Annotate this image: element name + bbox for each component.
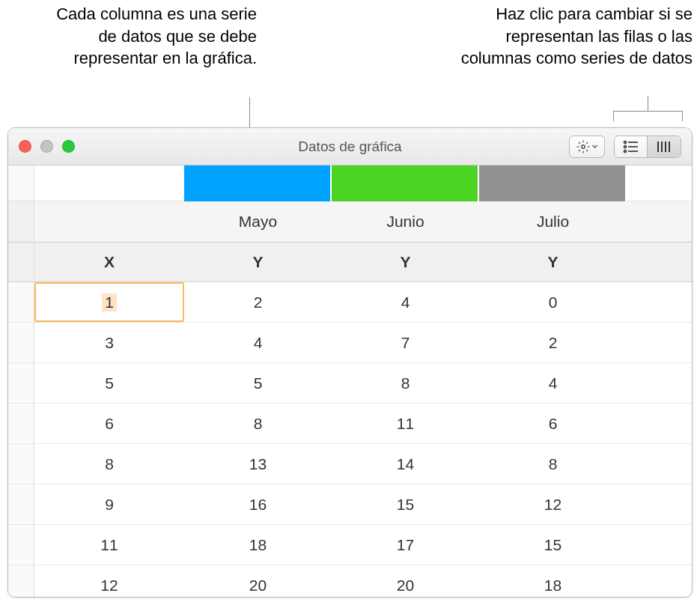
callout-line [613, 111, 614, 121]
row-num[interactable] [8, 565, 34, 597]
data-cell[interactable]: 8 [184, 404, 332, 444]
row-num-spacer [8, 201, 34, 242]
row-num[interactable] [8, 282, 34, 323]
row-rest [627, 323, 692, 363]
callout-line [682, 111, 683, 121]
window-title: Datos de gráfica [298, 139, 401, 155]
row-num[interactable] [8, 525, 34, 565]
chart-data-window: Datos de gráfica [7, 127, 693, 598]
color-corner [34, 165, 184, 201]
row-rest [627, 363, 692, 404]
callout-line [648, 96, 648, 111]
header-empty[interactable] [34, 201, 184, 242]
data-cell[interactable]: 5 [34, 363, 184, 404]
axis-y-label[interactable]: Y [479, 243, 627, 282]
series-color-junio[interactable] [332, 165, 479, 201]
data-cell[interactable]: 9 [34, 484, 184, 525]
data-cell[interactable]: 8 [332, 363, 479, 404]
row-rest [627, 282, 692, 323]
row-rest [627, 404, 692, 444]
data-grid: Mayo Junio Julio X Y Y Y 1 2 4 0 [8, 165, 692, 597]
row-num-spacer [8, 243, 34, 282]
table-row: 11 18 17 15 [8, 525, 692, 565]
row-rest [627, 565, 692, 597]
table-row: 5 5 8 4 [8, 363, 692, 404]
row-rest [627, 444, 692, 484]
close-button[interactable] [19, 140, 31, 153]
row-num[interactable] [8, 363, 34, 404]
callout-column-series: Cada columna es una serie de datos que s… [36, 3, 257, 70]
data-cell[interactable]: 20 [184, 565, 332, 597]
data-cell[interactable]: 4 [332, 282, 479, 323]
row-num[interactable] [8, 444, 34, 484]
data-cell[interactable]: 3 [34, 323, 184, 363]
data-cell[interactable]: 18 [184, 525, 332, 565]
data-cell[interactable]: 4 [184, 323, 332, 363]
data-cell[interactable]: 8 [34, 444, 184, 484]
data-cell[interactable]: 16 [184, 484, 332, 525]
data-cell[interactable]: 6 [479, 404, 627, 444]
series-header-junio[interactable]: Junio [332, 201, 479, 242]
table-row: 8 13 14 8 [8, 444, 692, 484]
callout-row-column-toggle: Haz clic para cambiar si se representan … [460, 3, 693, 70]
data-cell[interactable]: 11 [34, 525, 184, 565]
axis-x-label[interactable]: X [34, 243, 184, 282]
data-cell[interactable]: 12 [479, 484, 627, 525]
corner-spacer [8, 165, 34, 201]
data-cell[interactable]: 13 [184, 444, 332, 484]
table-row: 3 4 7 2 [8, 323, 692, 363]
table-row: 12 20 20 18 [8, 565, 692, 597]
settings-button[interactable] [569, 136, 605, 158]
toolbar-right [569, 136, 681, 158]
minimize-button[interactable] [40, 140, 53, 153]
columns-icon [656, 140, 672, 153]
data-cell[interactable]: 11 [332, 404, 479, 444]
svg-point-0 [581, 145, 585, 148]
rows-icon [623, 140, 639, 153]
callout-line [614, 111, 683, 112]
data-cell[interactable]: 8 [479, 444, 627, 484]
rows-as-series-button[interactable] [615, 136, 648, 157]
table-row: 1 2 4 0 [8, 282, 692, 323]
data-cell[interactable]: 12 [34, 565, 184, 597]
series-color-row [8, 165, 692, 201]
data-cell[interactable]: 18 [479, 565, 627, 597]
table: Mayo Junio Julio X Y Y Y 1 2 4 0 [8, 201, 692, 597]
axis-y-label[interactable]: Y [332, 243, 479, 282]
row-num[interactable] [8, 484, 34, 525]
svg-point-5 [624, 150, 626, 152]
data-cell[interactable]: 14 [332, 444, 479, 484]
table-row: 9 16 15 12 [8, 484, 692, 525]
data-cell[interactable]: 20 [332, 565, 479, 597]
series-orientation-toggle [614, 136, 681, 158]
data-cell[interactable]: 17 [332, 525, 479, 565]
chevron-down-icon [591, 143, 598, 150]
callouts-area: Cada columna es una serie de datos que s… [0, 0, 700, 112]
row-num[interactable] [8, 404, 34, 444]
axis-header-row: X Y Y Y [8, 242, 692, 282]
data-cell[interactable]: 5 [184, 363, 332, 404]
columns-as-series-button[interactable] [648, 136, 681, 157]
series-header-julio[interactable]: Julio [479, 201, 627, 242]
data-cell[interactable]: 0 [479, 282, 627, 323]
data-cell[interactable]: 2 [479, 323, 627, 363]
data-cell[interactable]: 15 [332, 484, 479, 525]
data-cell[interactable]: 2 [184, 282, 332, 323]
gear-icon [576, 140, 590, 153]
series-color-julio[interactable] [479, 165, 627, 201]
data-cell[interactable]: 6 [34, 404, 184, 444]
data-cell-selected[interactable]: 1 [34, 282, 184, 323]
data-cell[interactable]: 15 [479, 525, 627, 565]
series-header-mayo[interactable]: Mayo [184, 201, 332, 242]
maximize-button[interactable] [62, 140, 75, 153]
color-rest [627, 165, 692, 201]
data-cell[interactable]: 7 [332, 323, 479, 363]
axis-y-label[interactable]: Y [184, 243, 332, 282]
subheader-rest [627, 243, 692, 282]
row-num[interactable] [8, 323, 34, 363]
row-rest [627, 484, 692, 525]
row-rest [627, 525, 692, 565]
svg-point-3 [624, 145, 626, 148]
data-cell[interactable]: 4 [479, 363, 627, 404]
series-color-mayo[interactable] [184, 165, 332, 201]
